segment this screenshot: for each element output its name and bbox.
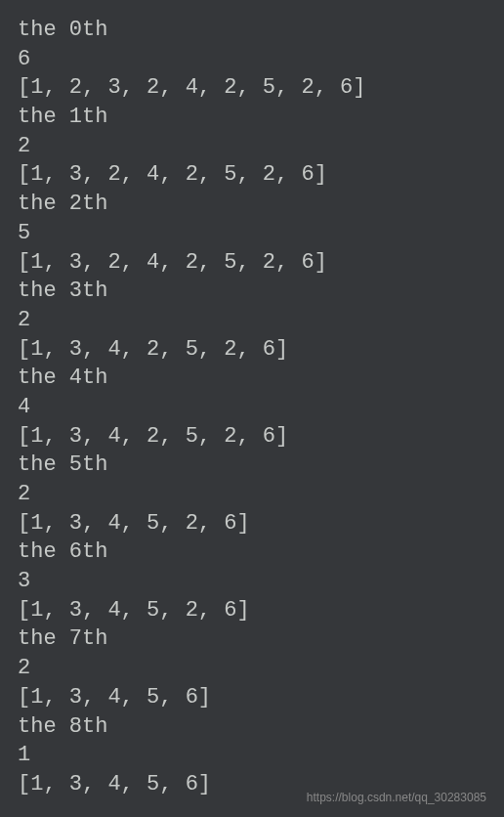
output-line: 1 bbox=[18, 741, 486, 770]
output-line: the 1th bbox=[18, 103, 486, 132]
output-line: 3 bbox=[18, 567, 486, 596]
output-line: [1, 3, 2, 4, 2, 5, 2, 6] bbox=[18, 248, 486, 278]
output-line: the 8th bbox=[18, 712, 486, 742]
output-line: 2 bbox=[18, 306, 486, 335]
output-line: 2 bbox=[18, 480, 486, 509]
console-output: the 0th 6 [1, 2, 3, 2, 4, 2, 5, 2, 6] th… bbox=[18, 16, 486, 799]
output-line: 5 bbox=[18, 219, 486, 248]
output-line: the 3th bbox=[18, 277, 486, 306]
output-line: [1, 3, 4, 2, 5, 2, 6] bbox=[18, 422, 486, 452]
output-line: 2 bbox=[18, 654, 486, 683]
output-line: 4 bbox=[18, 393, 486, 422]
output-line: 6 bbox=[18, 45, 486, 74]
output-line: the 5th bbox=[18, 451, 486, 480]
output-line: [1, 3, 4, 5, 2, 6] bbox=[18, 509, 486, 538]
output-line: [1, 3, 4, 5, 2, 6] bbox=[18, 596, 486, 625]
output-line: [1, 3, 2, 4, 2, 5, 2, 6] bbox=[18, 160, 486, 190]
output-line: the 2th bbox=[18, 190, 486, 219]
output-line: the 6th bbox=[18, 538, 486, 567]
output-line: [1, 3, 4, 2, 5, 2, 6] bbox=[18, 335, 486, 365]
watermark-text: https://blog.csdn.net/qq_30283085 bbox=[307, 790, 486, 805]
output-line: [1, 2, 3, 2, 4, 2, 5, 2, 6] bbox=[18, 73, 486, 103]
output-line: the 0th bbox=[18, 16, 486, 45]
output-line: the 4th bbox=[18, 364, 486, 393]
output-line: [1, 3, 4, 5, 6] bbox=[18, 683, 486, 712]
output-line: 2 bbox=[18, 132, 486, 161]
output-line: the 7th bbox=[18, 624, 486, 654]
